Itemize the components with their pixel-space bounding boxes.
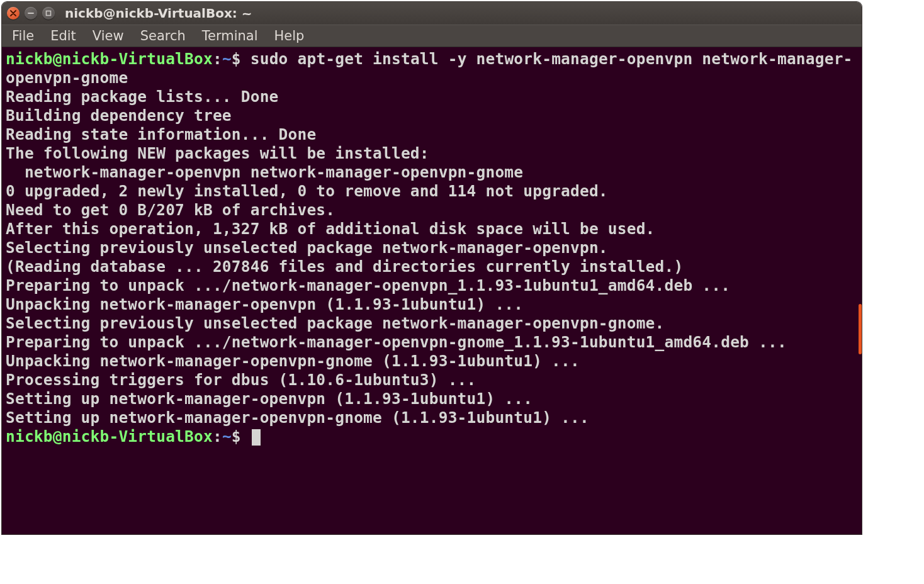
output-line: Setting up network-manager-openvpn-gnome… — [6, 408, 589, 427]
output-line: Reading package lists... Done — [6, 87, 279, 106]
output-line: Selecting previously unselected package … — [6, 239, 608, 257]
terminal-window: nickb@nickb-VirtualBox: ~ File Edit View… — [2, 2, 862, 534]
cursor-block — [252, 429, 261, 446]
window-title: nickb@nickb-VirtualBox: ~ — [65, 6, 252, 21]
output-line: Unpacking network-manager-openvpn (1.1.9… — [6, 295, 523, 313]
prompt-symbol: $ — [232, 50, 241, 68]
output-line: Building dependency tree — [6, 106, 232, 125]
prompt-host: nickb-VirtualBox — [62, 50, 213, 68]
scrollbar-thumb[interactable] — [859, 304, 862, 354]
menu-file[interactable]: File — [7, 27, 39, 45]
prompt-host: nickb-VirtualBox — [62, 427, 213, 446]
menu-view[interactable]: View — [87, 27, 129, 45]
output-line: Preparing to unpack .../network-manager-… — [6, 333, 787, 351]
prompt-path: ~ — [222, 50, 232, 68]
output-line: network-manager-openvpn network-manager-… — [6, 163, 523, 181]
output-line: Setting up network-manager-openvpn (1.1.… — [6, 390, 532, 408]
output-line: The following NEW packages will be insta… — [6, 144, 429, 162]
menu-edit[interactable]: Edit — [45, 27, 81, 45]
output-line: Reading state information... Done — [6, 125, 316, 143]
prompt-path: ~ — [222, 427, 232, 446]
prompt-symbol: $ — [232, 427, 241, 446]
prompt-user: nickb — [6, 427, 53, 446]
minimize-icon[interactable] — [25, 7, 37, 20]
output-line: (Reading database ... 207846 files and d… — [6, 257, 683, 276]
output-line: Unpacking network-manager-openvpn-gnome … — [6, 352, 580, 370]
menu-terminal[interactable]: Terminal — [197, 27, 263, 45]
titlebar[interactable]: nickb@nickb-VirtualBox: ~ — [2, 2, 862, 25]
output-line: After this operation, 1,327 kB of additi… — [6, 220, 655, 238]
menu-help[interactable]: Help — [269, 27, 310, 45]
menu-search[interactable]: Search — [135, 27, 191, 45]
close-icon[interactable] — [7, 7, 20, 20]
menubar: File Edit View Search Terminal Help — [2, 25, 862, 47]
output-line: Need to get 0 B/207 kB of archives. — [6, 201, 335, 219]
maximize-icon[interactable] — [42, 7, 55, 20]
svg-rect-0 — [47, 11, 51, 16]
output-line: Processing triggers for dbus (1.10.6-1ub… — [6, 371, 476, 389]
terminal-content[interactable]: nickb@nickb-VirtualBox:~$ sudo apt-get i… — [6, 50, 858, 446]
output-line: 0 upgraded, 2 newly installed, 0 to remo… — [6, 182, 608, 200]
output-line: Selecting previously unselected package … — [6, 314, 665, 332]
terminal-body[interactable]: nickb@nickb-VirtualBox:~$ sudo apt-get i… — [2, 47, 862, 534]
prompt-user: nickb — [6, 50, 53, 68]
output-line: Preparing to unpack .../network-manager-… — [6, 276, 730, 295]
